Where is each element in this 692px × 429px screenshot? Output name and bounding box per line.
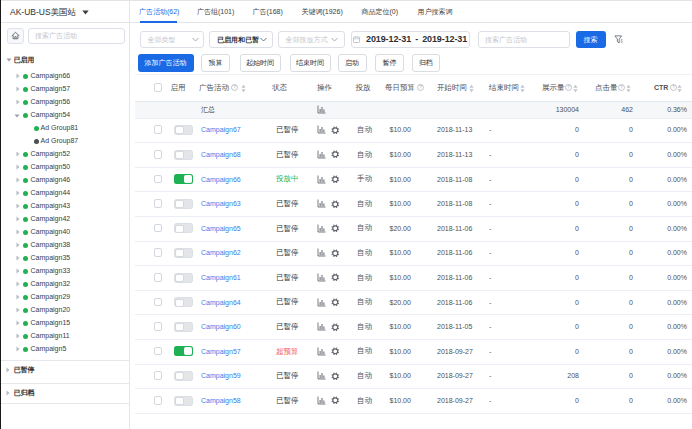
svg-text:?: ? [419, 85, 422, 90]
svg-text:?: ? [620, 85, 623, 90]
svg-text:?: ? [234, 85, 237, 90]
svg-text:?: ? [672, 85, 675, 90]
svg-text:?: ? [568, 85, 571, 90]
